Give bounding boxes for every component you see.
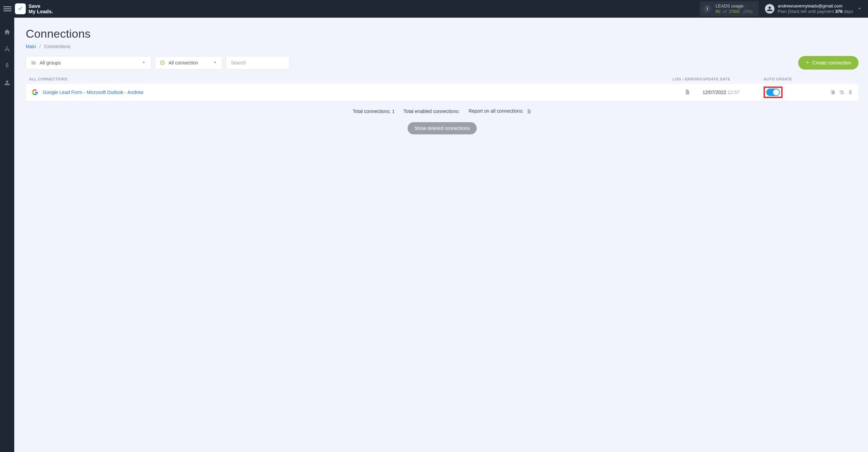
update-time: 12:57	[728, 90, 739, 95]
topbar: Save My Leads. i LEADS usage: 60 of 2'00…	[0, 0, 868, 18]
sidebar-billing-icon[interactable]	[3, 62, 11, 70]
show-deleted-button[interactable]: Show deleted connections	[408, 122, 476, 134]
brand-text-line2: My Leads.	[28, 9, 53, 14]
play-circle-icon	[160, 60, 165, 65]
sidebar-profile-icon[interactable]	[3, 79, 11, 87]
connection-name-link[interactable]: Google Lead Form - Microsoft Outlook - A…	[43, 90, 143, 95]
copy-connection-button[interactable]	[830, 90, 835, 95]
log-cell[interactable]	[672, 89, 703, 96]
chevron-down-icon	[131, 60, 146, 66]
hamburger-menu-button[interactable]	[3, 5, 12, 13]
update-date: 12/07/2022	[703, 90, 726, 95]
folder-icon	[31, 60, 36, 65]
account-plan-prefix: Plan |Start| left until payment	[778, 9, 834, 14]
breadcrumb-main-link[interactable]: Main	[26, 44, 36, 49]
usage-of: of	[723, 9, 727, 14]
usage-limit: 2'000	[729, 9, 739, 14]
account-caret-icon[interactable]	[853, 6, 862, 12]
auto-update-highlight	[764, 87, 783, 98]
report-connections-label: Report on all connections:	[469, 108, 524, 114]
breadcrumb-current: Connections	[44, 44, 71, 49]
brand-logo[interactable]: Save My Leads.	[15, 3, 53, 14]
usage-text: LEADS usage: 60 of 2'000 (3%)	[715, 3, 753, 15]
header-auto-update: AUTO UPDATE	[764, 77, 814, 81]
connection-name-cell: Google Lead Form - Microsoft Outlook - A…	[29, 89, 672, 95]
summary-row: Total connections: 1 Total enabled conne…	[26, 108, 859, 114]
chevron-down-icon	[202, 60, 217, 66]
info-icon: i	[703, 5, 711, 13]
groups-select[interactable]: All groups	[26, 56, 151, 70]
plus-icon	[806, 60, 810, 65]
header-update-date: UPDATE DATE	[703, 77, 764, 81]
auto-update-cell	[764, 87, 814, 98]
account-days-word: days	[844, 9, 853, 14]
header-all-connections: ALL CONNECTIONS	[29, 77, 672, 81]
avatar-icon	[765, 4, 774, 14]
delete-connection-button[interactable]	[848, 90, 853, 95]
create-connection-button[interactable]: Create connection	[798, 56, 859, 70]
page-title: Connections	[26, 27, 859, 40]
brand-text-line1: Save	[28, 3, 53, 9]
usage-used: 60	[715, 9, 720, 14]
breadcrumb-separator: /	[39, 44, 41, 49]
total-connections-label: Total connections:	[353, 109, 391, 114]
list-headers: ALL CONNECTIONS LOG / ERRORS UPDATE DATE…	[26, 77, 859, 84]
auto-update-toggle[interactable]	[766, 89, 780, 96]
total-connections-value: 1	[392, 109, 395, 114]
account-menu[interactable]: andrewsavemyleads@gmail.com Plan |Start|…	[765, 3, 853, 15]
sidebar-connections-icon[interactable]	[3, 45, 11, 53]
connection-status-label: All connection	[169, 60, 198, 65]
enabled-connections-label: Total enabled connections:	[403, 109, 460, 114]
account-email: andrewsavemyleads@gmail.com	[778, 3, 853, 9]
report-document-icon[interactable]	[526, 109, 532, 114]
leads-usage-pill[interactable]: i LEADS usage: 60 of 2'000 (3%)	[700, 1, 759, 17]
header-log-errors: LOG / ERRORS	[672, 77, 703, 81]
groups-select-label: All groups	[40, 60, 61, 65]
brand-text: Save My Leads.	[28, 3, 53, 14]
account-text: andrewsavemyleads@gmail.com Plan |Start|…	[778, 3, 853, 15]
connection-status-select[interactable]: All connection	[155, 56, 222, 70]
sidebar-home-icon[interactable]	[3, 28, 11, 36]
row-actions	[814, 90, 855, 95]
sidebar	[0, 18, 14, 452]
usage-pct: (3%)	[743, 9, 752, 14]
breadcrumb: Main / Connections	[26, 44, 859, 49]
logo-mark-icon	[15, 3, 26, 14]
usage-label: LEADS usage:	[715, 3, 753, 9]
filter-row: All groups All connection Create connect…	[26, 56, 859, 70]
update-date-cell: 12/07/2022 12:57	[703, 90, 764, 95]
main-content: Connections Main / Connections All group…	[14, 18, 868, 452]
search-input[interactable]	[231, 60, 284, 65]
document-icon	[684, 89, 690, 96]
google-icon	[32, 89, 38, 95]
connection-row: Google Lead Form - Microsoft Outlook - A…	[26, 84, 859, 101]
search-box[interactable]	[226, 56, 290, 70]
account-days-num: 376	[835, 9, 843, 14]
settings-connection-button[interactable]	[839, 90, 844, 95]
create-connection-label: Create connection	[812, 60, 851, 65]
